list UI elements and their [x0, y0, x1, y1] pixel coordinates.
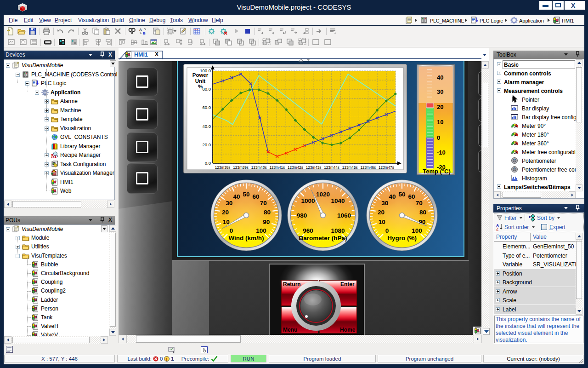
- svg-text:960: 960: [303, 227, 313, 234]
- svg-text:Barometer (hPa): Barometer (hPa): [299, 235, 347, 242]
- svg-text:20: 20: [222, 209, 229, 216]
- svg-text:-10: -10: [437, 149, 446, 156]
- svg-text:40: 40: [437, 74, 443, 81]
- svg-text:10: 10: [379, 218, 385, 225]
- svg-text:1000: 1000: [301, 197, 315, 204]
- svg-text:123m44s: 123m44s: [324, 166, 339, 170]
- svg-text:1040: 1040: [331, 197, 345, 204]
- svg-text:100: 100: [412, 227, 422, 234]
- svg-text:123m46s: 123m46s: [360, 166, 376, 170]
- svg-text:10: 10: [437, 119, 443, 126]
- svg-text:123m40s: 123m40s: [251, 166, 267, 170]
- svg-text:50: 50: [398, 191, 405, 198]
- svg-text:70: 70: [260, 200, 267, 207]
- svg-text:1060: 1060: [337, 212, 351, 219]
- svg-text:70: 70: [416, 200, 423, 207]
- svg-text:123m47s: 123m47s: [379, 166, 394, 170]
- svg-text:80: 80: [264, 209, 271, 216]
- svg-text:123m43s: 123m43s: [306, 166, 322, 170]
- svg-text:30: 30: [226, 200, 232, 207]
- svg-text:Z: Z: [496, 227, 498, 231]
- svg-text:A: A: [139, 28, 142, 32]
- svg-text:1080: 1080: [331, 227, 345, 234]
- svg-text:30: 30: [381, 200, 388, 207]
- svg-text:60: 60: [252, 193, 259, 200]
- svg-text:Hygro (%): Hygro (%): [387, 235, 417, 242]
- svg-text:Wind (km/h): Wind (km/h): [228, 235, 264, 242]
- svg-text:0: 0: [385, 227, 389, 234]
- svg-text:B: B: [143, 31, 146, 35]
- svg-text:0: 0: [230, 227, 233, 234]
- svg-text:30: 30: [437, 88, 443, 95]
- svg-text:0: 0: [437, 134, 440, 141]
- svg-text:20: 20: [437, 104, 443, 110]
- svg-text:40: 40: [233, 193, 240, 200]
- svg-text:1020: 1020: [316, 191, 330, 198]
- svg-text:80: 80: [419, 209, 426, 216]
- svg-text:Unit: Unit: [195, 78, 206, 84]
- svg-text:60.0: 60.0: [203, 105, 211, 110]
- svg-text:60: 60: [408, 193, 415, 200]
- svg-text:123m42s: 123m42s: [288, 166, 303, 170]
- svg-text:40: 40: [389, 193, 396, 200]
- svg-text:20: 20: [378, 209, 384, 216]
- svg-text:123m39s: 123m39s: [233, 166, 249, 170]
- svg-text:Power: Power: [192, 72, 209, 78]
- svg-text:Temp (°C): Temp (°C): [423, 168, 451, 175]
- svg-text:50: 50: [243, 191, 249, 198]
- svg-text:123m38s: 123m38s: [215, 166, 231, 170]
- svg-text:100: 100: [256, 227, 266, 234]
- svg-text:80.0: 80.0: [203, 86, 211, 92]
- svg-text:20.0: 20.0: [203, 142, 211, 147]
- svg-text:123m41s: 123m41s: [269, 166, 285, 170]
- svg-text:!: !: [166, 356, 168, 361]
- svg-text:0.0: 0.0: [205, 161, 211, 166]
- svg-text:90: 90: [263, 218, 270, 225]
- svg-text:%: %: [198, 84, 203, 89]
- svg-text:40.0: 40.0: [203, 124, 211, 129]
- svg-text:980: 980: [297, 212, 307, 219]
- svg-text:123m45s: 123m45s: [342, 166, 358, 170]
